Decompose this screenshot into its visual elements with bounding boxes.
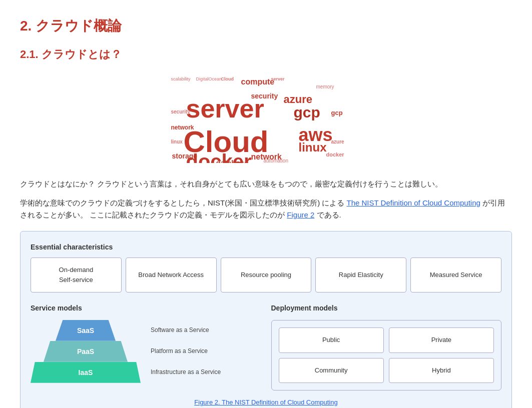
wc-storage: storage — [172, 150, 198, 162]
pyramid-container: SaaS PaaS IaaS Software as a Service Pla… — [31, 320, 261, 383]
page-heading1: 2. クラウド概論 — [20, 15, 512, 38]
word-cloud: server Cloud docker aws gcp linux azure … — [171, 73, 361, 163]
wc-azure-large: azure — [284, 90, 312, 108]
deployment-models-title: Deployment models — [271, 302, 502, 314]
pyramid-labels: Software as a Service Platform as a Serv… — [151, 320, 221, 383]
wc-network2: network — [171, 123, 194, 132]
wc-memory: memory — [316, 83, 334, 91]
wc-compute: compute — [241, 76, 275, 88]
label-paas: Platform as a Service — [151, 341, 221, 362]
nist-link[interactable]: The NIST Definition of Cloud Computing — [347, 198, 480, 207]
deployment-models: Deployment models Public Private Communi… — [271, 302, 502, 390]
essential-box-measuredservice: Measured Service — [410, 258, 501, 292]
essential-title: Essential characteristics — [31, 242, 501, 252]
essential-box-rapidelasticity: Rapid Elasticity — [315, 258, 406, 292]
layer-saas: SaaS — [56, 320, 116, 341]
layer-iaas: IaaS — [31, 362, 141, 383]
wc-linux: linux — [299, 138, 327, 157]
wc-server2: server — [271, 76, 285, 82]
wc-scalability: scalability — [171, 76, 191, 82]
paragraph2: 学術的な意味でのクラウドの定義づけをするとしたら，NIST(米国・国立標準技術研… — [20, 197, 512, 221]
page-heading2: 2.1. クラウドとは？ — [20, 46, 512, 63]
deploy-box-hybrid: Hybrid — [389, 358, 494, 384]
word-cloud-container: server Cloud docker aws gcp linux azure … — [20, 73, 512, 163]
pyramid: SaaS PaaS IaaS — [31, 320, 141, 383]
essential-boxes: On-demandSelf-service Broad Network Acce… — [31, 258, 501, 292]
wc-security-large: security — [251, 90, 278, 102]
wc-digitalocean: DigitalOcean — [196, 76, 222, 82]
label-iaas: Infrastructure as a Service — [151, 362, 221, 383]
deploy-box-public: Public — [279, 328, 384, 353]
wc-docker2: docker — [326, 150, 344, 160]
service-models: Service models SaaS PaaS IaaS Software a… — [31, 302, 261, 382]
essential-section: Essential characteristics On-demandSelf-… — [31, 242, 501, 292]
figure-caption-link[interactable]: Figure 2. The NIST Definition of Cloud C… — [194, 398, 337, 406]
paragraph1: クラウドとはなにか？ クラウドという言葉は，それ自身がとても広い意味をもつので，… — [20, 178, 512, 190]
deploy-box-private: Private — [389, 328, 494, 353]
deploy-grid: Public Private Community Hybrid — [271, 320, 502, 391]
wc-azure2: azure — [331, 138, 344, 146]
bottom-row: Service models SaaS PaaS IaaS Software a… — [31, 302, 501, 390]
wc-linux2: linux — [171, 138, 183, 146]
essential-box-ondemand: On-demandSelf-service — [31, 258, 122, 292]
label-saas: Software as a Service — [151, 320, 221, 341]
service-models-title: Service models — [31, 302, 261, 314]
wc-database: database — [216, 157, 249, 163]
essential-box-resourcepooling: Resource pooling — [221, 258, 312, 292]
wc-cloud2: Cloud — [221, 76, 234, 82]
wc-gcp2: gcp — [331, 108, 343, 118]
figure2-link[interactable]: Figure 2 — [287, 210, 314, 219]
nist-figure: Essential characteristics On-demandSelf-… — [20, 231, 512, 408]
deploy-box-community: Community — [279, 358, 384, 384]
wc-automation: automation — [264, 157, 288, 163]
layer-paas: PaaS — [44, 341, 128, 362]
wc-security2: security — [171, 108, 190, 116]
figure-caption: Figure 2. The NIST Definition of Cloud C… — [31, 398, 501, 408]
essential-box-broadnetwork: Broad Network Access — [126, 258, 217, 292]
